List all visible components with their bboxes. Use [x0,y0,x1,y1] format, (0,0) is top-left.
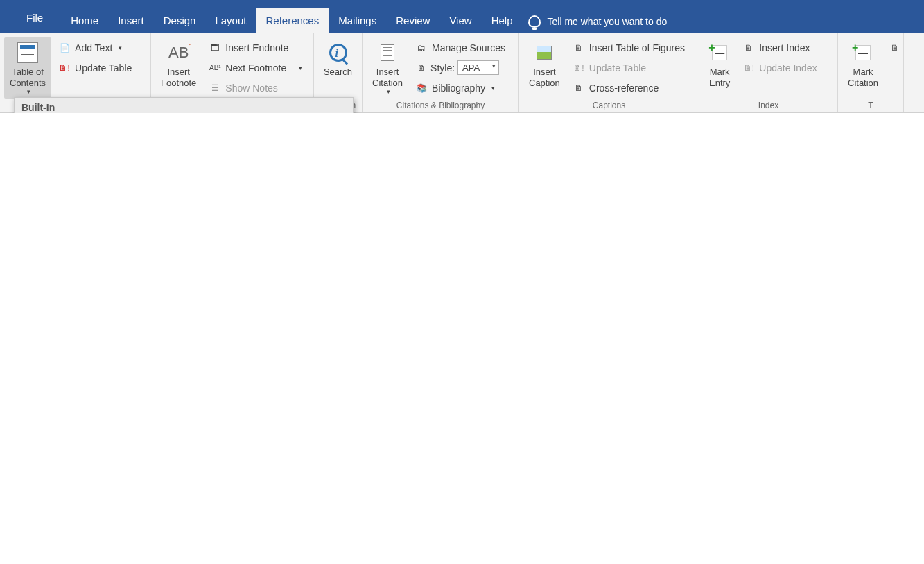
citation-icon [381,44,394,61]
toc-icon [17,42,38,63]
tell-me-search[interactable]: Tell me what you want to do [528,15,668,33]
group-citations: Insert Citation ▾ 🗂 Manage Sources 🗎 Sty… [363,33,519,112]
mark-citation-button[interactable]: +— Mark Citation [842,37,884,99]
insert-index-icon: 🗎 [742,42,755,54]
insert-footnote-button[interactable]: AB1 Insert Footnote [155,37,202,99]
footnote-icon: AB1 [168,44,189,62]
next-footnote-icon: AB¹ [209,62,221,74]
update-table-button[interactable]: 🗎! Update Table [54,58,136,78]
insert-table-figures-button[interactable]: 🗎 Insert Table of Figures [568,37,689,58]
bibliography-icon: 📚 [415,82,428,94]
insert-caption-button[interactable]: Insert Caption [523,37,566,99]
update-table-icon: 🗎! [58,62,71,74]
menubar: File Home Insert Design Layout Reference… [0,0,924,33]
add-text-icon: 📄 [58,42,71,54]
show-notes-button[interactable]: ☰ Show Notes [204,78,306,98]
ribbon-tabs: Home Insert Design Layout References Mai… [61,8,522,33]
mark-entry-button[interactable]: +— Mark Entry [704,37,735,99]
update-index-icon: 🗎! [742,62,755,74]
group-authorities: +— Mark Citation 🗎 T [838,33,904,112]
search-button[interactable]: i Search [318,37,358,99]
cross-reference-icon: 🗎 [573,82,585,94]
style-dropdown[interactable]: APA [457,60,499,75]
add-text-button[interactable]: 📄 Add Text▾ [54,37,136,58]
endnote-icon: 🗔 [209,42,221,54]
group-label-index: Index [704,99,833,112]
bibliography-button[interactable]: 📚 Bibliography▾ [411,78,509,98]
chevron-down-icon: ▾ [387,88,390,95]
tab-review[interactable]: Review [386,8,439,33]
next-footnote-button[interactable]: AB¹ Next Footnote▾ [204,58,306,78]
update-index-button[interactable]: 🗎! Update Index [738,58,821,78]
insert-index-button[interactable]: 🗎 Insert Index [738,37,821,58]
chevron-down-icon: ▾ [27,88,30,95]
table-of-contents-button[interactable]: Table of Contents ▾ [4,37,51,99]
show-notes-icon: ☰ [209,82,221,94]
insert-citation-button[interactable]: Insert Citation ▾ [367,37,408,99]
mark-citation-icon: +— [855,45,871,60]
tell-me-placeholder: Tell me what you want to do [548,16,668,27]
tab-insert[interactable]: Insert [108,8,154,33]
insert-endnote-button[interactable]: 🗔 Insert Endnote [204,37,306,58]
group-label-citations: Citations & Bibliography [367,99,514,112]
cross-reference-button[interactable]: 🗎 Cross-reference [568,78,689,98]
group-label-authorities: T [842,99,899,112]
group-label-captions: Captions [523,99,695,112]
mark-entry-icon: +— [712,45,727,60]
citation-style-select[interactable]: 🗎 Style: APA [411,58,509,78]
tab-help[interactable]: Help [482,8,523,33]
caption-icon [537,46,552,60]
group-captions: Insert Caption 🗎 Insert Table of Figures… [519,33,699,112]
manage-sources-button[interactable]: 🗂 Manage Sources [411,37,509,58]
tab-design[interactable]: Design [154,8,206,33]
table-figures-icon: 🗎 [573,42,585,54]
toc-gallery-dropdown: Built-In Automatic Table 1 Contents Head… [14,97,354,113]
update-figures-icon: 🗎! [573,62,585,74]
tab-mailings[interactable]: Mailings [329,8,386,33]
lightbulb-icon [528,15,541,28]
insert-authorities-button[interactable]: 🗎 [887,37,899,58]
update-table-figures-button[interactable]: 🗎! Update Table [568,58,689,78]
tab-home[interactable]: Home [61,8,108,33]
tab-view[interactable]: View [439,8,481,33]
tab-references[interactable]: References [256,8,329,33]
file-menu[interactable]: File [15,8,54,33]
manage-sources-icon: 🗂 [415,42,428,54]
tab-layout[interactable]: Layout [205,8,256,33]
group-index: +— Mark Entry 🗎 Insert Index 🗎! Update I… [699,33,838,112]
authorities-icon: 🗎 [891,42,899,54]
search-icon: i [329,44,347,62]
style-icon: 🗎 [415,62,428,74]
gallery-header-builtin: Built-In [15,98,353,113]
